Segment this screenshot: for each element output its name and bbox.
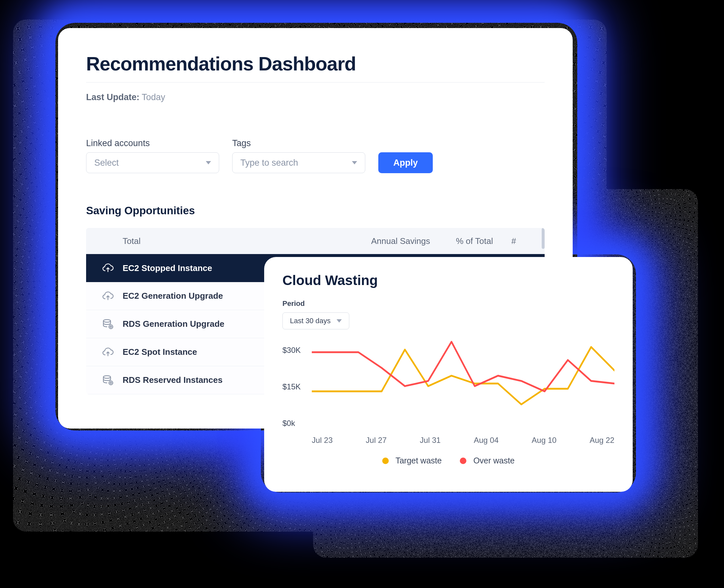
legend-swatch-icon bbox=[460, 458, 466, 464]
apply-button[interactable]: Apply bbox=[378, 152, 433, 173]
cloud-upload-icon bbox=[93, 263, 123, 273]
database-plus-icon bbox=[93, 375, 123, 385]
x-axis: Jul 23 Jul 27 Jul 31 Aug 04 Aug 10 Aug 2… bbox=[282, 436, 614, 445]
field-label: Linked accounts bbox=[86, 138, 219, 148]
tags-select[interactable]: Type to search bbox=[232, 152, 365, 173]
divider bbox=[86, 82, 545, 83]
x-tick: Jul 27 bbox=[366, 436, 387, 445]
linked-accounts-field: Linked accounts Select bbox=[86, 138, 219, 173]
chevron-down-icon bbox=[337, 319, 342, 322]
filter-bar: Linked accounts Select Tags Type to sear… bbox=[86, 138, 545, 173]
linked-accounts-select[interactable]: Select bbox=[86, 152, 219, 173]
y-tick: $0k bbox=[282, 419, 295, 428]
cloud-upload-icon bbox=[93, 347, 123, 357]
scrollbar-thumb[interactable] bbox=[542, 228, 545, 249]
chart-plot: $30K $15K $0k bbox=[282, 339, 614, 430]
section-title: Saving Opportunities bbox=[86, 205, 545, 217]
legend-item: Over waste bbox=[460, 456, 514, 465]
page-title: Recommendations Dashboard bbox=[86, 53, 545, 75]
table-header: Total Annual Savings % of Total # bbox=[86, 228, 545, 254]
x-tick: Jul 23 bbox=[312, 436, 333, 445]
y-tick: $30K bbox=[282, 346, 301, 355]
chart-series-line bbox=[312, 342, 614, 391]
period-label: Period bbox=[282, 299, 614, 308]
line-chart-svg bbox=[312, 339, 614, 430]
col-annual: Annual Savings bbox=[371, 236, 456, 246]
legend-swatch-icon bbox=[382, 458, 389, 464]
tags-field: Tags Type to search bbox=[232, 138, 365, 173]
cloud-upload-icon bbox=[93, 291, 123, 301]
field-label: Tags bbox=[232, 138, 365, 148]
y-tick: $15K bbox=[282, 382, 301, 391]
x-tick: Jul 31 bbox=[420, 436, 441, 445]
database-plus-icon bbox=[93, 319, 123, 329]
chevron-down-icon bbox=[352, 161, 357, 164]
last-update: Last Update: Today bbox=[86, 92, 545, 102]
period-select[interactable]: Last 30 days bbox=[282, 312, 349, 329]
x-tick: Aug 04 bbox=[474, 436, 499, 445]
chart-series-line bbox=[312, 347, 614, 404]
col-count: # bbox=[511, 236, 537, 246]
chart-title: Cloud Wasting bbox=[282, 273, 614, 288]
svg-point-0 bbox=[103, 320, 110, 322]
legend-item: Target waste bbox=[382, 456, 442, 465]
chevron-down-icon bbox=[206, 161, 211, 164]
svg-point-2 bbox=[103, 376, 110, 378]
x-tick: Aug 22 bbox=[590, 436, 614, 445]
chart-legend: Target waste Over waste bbox=[282, 456, 614, 465]
col-total: Total bbox=[123, 236, 371, 246]
cloud-wasting-card: Cloud Wasting Period Last 30 days $30K $… bbox=[264, 257, 633, 492]
col-pct: % of Total bbox=[456, 236, 511, 246]
x-tick: Aug 10 bbox=[532, 436, 556, 445]
